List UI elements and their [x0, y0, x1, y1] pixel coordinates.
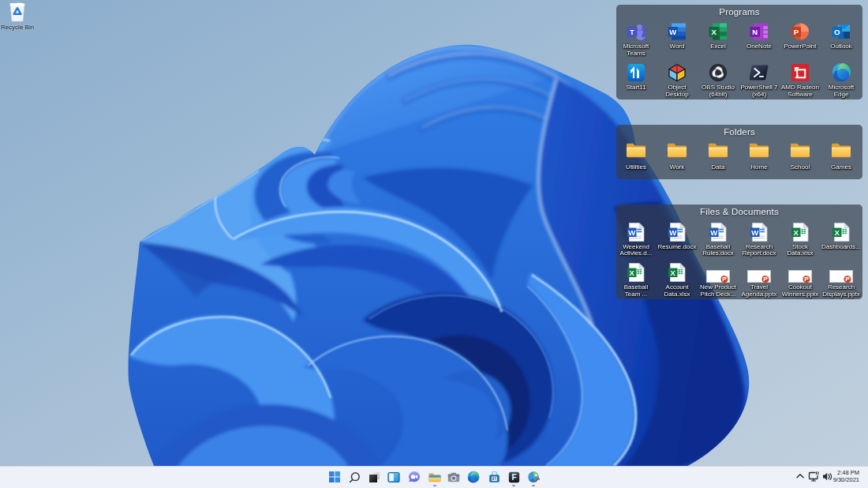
svg-text:N: N — [752, 28, 758, 36]
svg-text:W: W — [669, 28, 676, 36]
svg-text:O: O — [834, 28, 840, 36]
svg-text:T: T — [630, 28, 634, 36]
svg-text:F: F — [511, 473, 516, 482]
svg-text:X: X — [712, 28, 717, 36]
svg-text:P: P — [794, 28, 799, 36]
